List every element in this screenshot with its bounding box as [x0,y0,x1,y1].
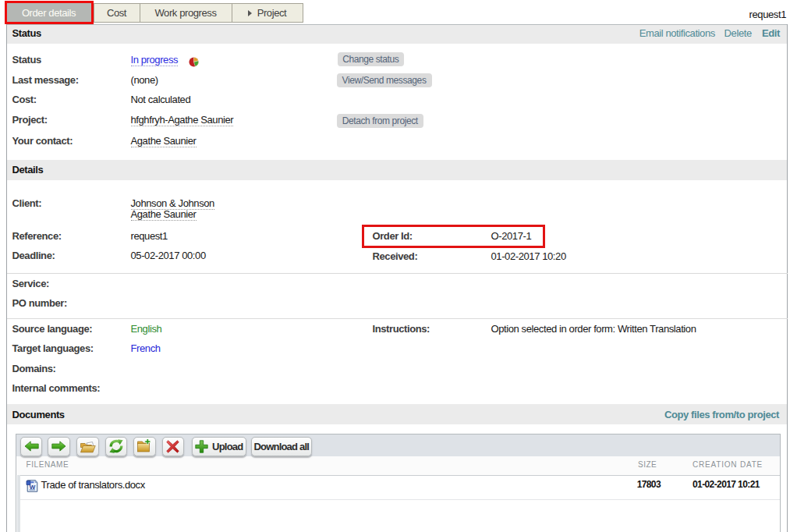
svg-text:W: W [30,483,36,490]
